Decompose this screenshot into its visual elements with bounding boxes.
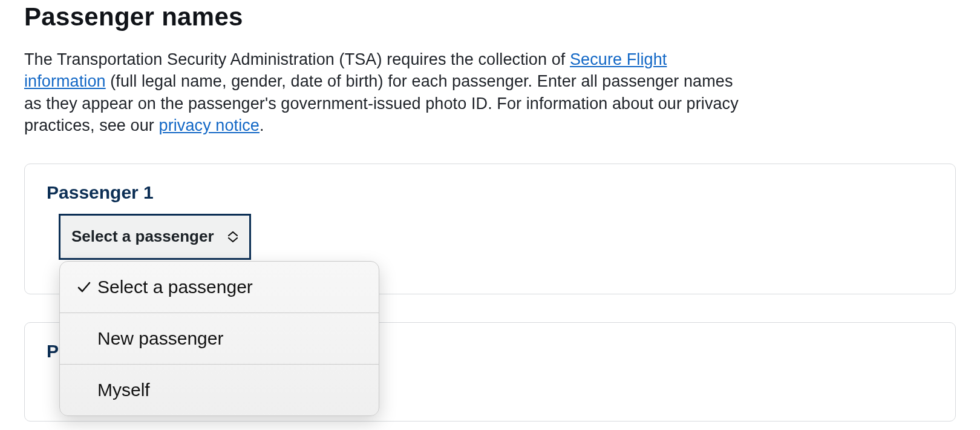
- page-title: Passenger names: [24, 0, 956, 31]
- privacy-notice-link[interactable]: privacy notice: [159, 116, 260, 134]
- dropdown-option-myself[interactable]: Myself: [60, 365, 379, 415]
- intro-text-1: The Transportation Security Administrati…: [24, 50, 570, 68]
- select-chevrons-icon: [227, 231, 238, 243]
- checkmark-icon: [73, 280, 95, 294]
- dropdown-option-new-passenger[interactable]: New passenger: [60, 313, 379, 365]
- intro-text-2: (full legal name, gender, date of birth)…: [24, 72, 739, 134]
- passenger-1-title: Passenger 1: [47, 182, 933, 203]
- dropdown-option-select-a-passenger[interactable]: Select a passenger: [60, 262, 379, 313]
- passenger-1-card: Passenger 1 Select a passenger Select a …: [24, 164, 956, 294]
- passenger-1-select-label: Select a passenger: [71, 227, 214, 246]
- intro-text-3: .: [260, 116, 264, 134]
- dropdown-option-label: Select a passenger: [97, 277, 253, 297]
- intro-paragraph: The Transportation Security Administrati…: [24, 48, 750, 137]
- dropdown-option-label: Myself: [97, 380, 150, 400]
- passenger-1-select[interactable]: Select a passenger: [59, 214, 251, 260]
- dropdown-option-label: New passenger: [97, 328, 223, 349]
- passenger-1-dropdown: Select a passenger New passenger Myself: [59, 261, 379, 416]
